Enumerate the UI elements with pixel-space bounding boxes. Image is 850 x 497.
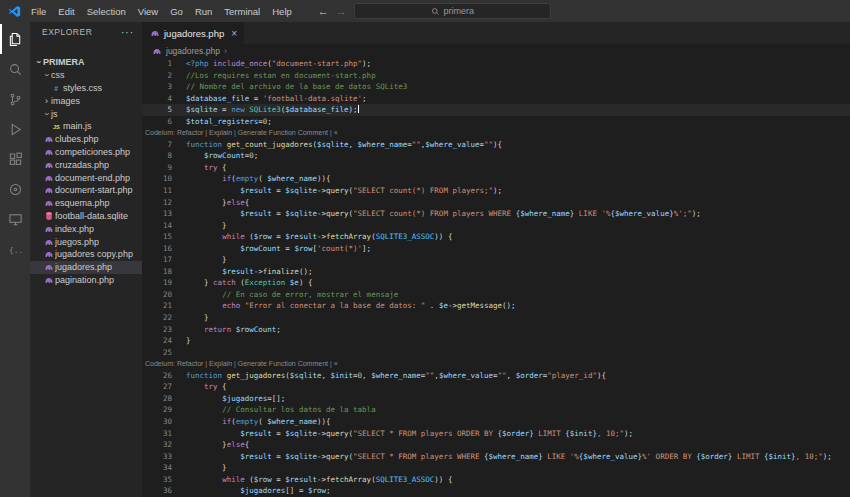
code-line-20[interactable]: 20 // En caso de error, mostrar el mensa…	[142, 289, 850, 301]
code-line-17[interactable]: 17 }	[142, 254, 850, 266]
codeium-codelens[interactable]: Codeium: Refactor | Explain | Generate F…	[142, 127, 850, 139]
tree-item-images[interactable]: ›images	[30, 94, 142, 107]
code-line-6[interactable]: 6$total_registers=0;	[142, 116, 850, 128]
tree-item-football-data-sqlite[interactable]: football-data.sqlite	[30, 210, 142, 223]
json-braces-icon[interactable]: {..}	[0, 234, 30, 264]
file-label: competiciones.php	[55, 147, 130, 157]
code-line-1[interactable]: 1<?php include_once("document-start.php"…	[142, 58, 850, 70]
menu-selection[interactable]: Selection	[81, 6, 132, 17]
tree-item-js[interactable]: ›js	[30, 107, 142, 120]
code-line-23[interactable]: 23 return $rowCount;	[142, 324, 850, 336]
code-line-25[interactable]: 25	[142, 347, 850, 359]
more-actions-icon[interactable]: ···	[121, 27, 134, 38]
code-line-4[interactable]: 4$database_file = 'football-data.sqlite'…	[142, 93, 850, 105]
command-center-search[interactable]: primera	[354, 3, 551, 19]
line-number: 4	[142, 93, 172, 105]
explorer-sidebar: EXPLORER ··· ›PRIMERA›css#styles.css›ima…	[30, 22, 142, 497]
code-line-33[interactable]: 33 $result = $sqlite->query("SELECT * FR…	[142, 451, 850, 463]
tree-item-main-js[interactable]: JSmain.js	[30, 120, 142, 133]
line-number: 11	[142, 185, 172, 197]
code-line-34[interactable]: 34 }	[142, 462, 850, 474]
tree-item-jugadores-php[interactable]: jugadores.php	[30, 261, 142, 274]
line-number: 12	[142, 197, 172, 209]
tree-item-jugadores-copy-php[interactable]: jugadores copy.php	[30, 248, 142, 261]
codeium-codelens[interactable]: Codeium: Refactor | Explain | Generate F…	[142, 358, 850, 370]
menu-view[interactable]: View	[132, 6, 164, 17]
back-arrow-icon[interactable]: ←	[318, 5, 329, 17]
tree-item-juegos-php[interactable]: juegos.php	[30, 235, 142, 248]
breadcrumb[interactable]: jugadores.php ›	[142, 44, 850, 57]
menu-run[interactable]: Run	[189, 6, 218, 17]
code-line-11[interactable]: 11 $result = $sqlite->query("SELECT coun…	[142, 185, 850, 197]
code-line-36[interactable]: 36 $jugadores[] = $row;	[142, 485, 850, 497]
tree-item-document-start-php[interactable]: document-start.php	[30, 184, 142, 197]
file-label: document-start.php	[55, 185, 133, 195]
code-line-12[interactable]: 12 }else{	[142, 197, 850, 209]
close-tab-icon[interactable]: ×	[231, 28, 237, 39]
php-file-icon	[42, 237, 55, 247]
tree-item-cruzadas-php[interactable]: cruzadas.php	[30, 158, 142, 171]
file-label: images	[51, 96, 80, 106]
code-line-27[interactable]: 27 try {	[142, 381, 850, 393]
search-icon	[431, 7, 440, 16]
menu-go[interactable]: Go	[164, 6, 189, 17]
code-line-2[interactable]: 2//Los requires estan en document-start.…	[142, 70, 850, 82]
file-label: PRIMERA	[43, 57, 85, 67]
tab-label: jugadores.php	[164, 28, 224, 39]
code-line-35[interactable]: 35 while ($row = $result->fetchArray(SQL…	[142, 474, 850, 486]
code-line-28[interactable]: 28 $jugadores=[];	[142, 393, 850, 405]
tree-item-primera[interactable]: ›PRIMERA	[30, 56, 142, 69]
code-line-24[interactable]: 24}	[142, 335, 850, 347]
code-line-32[interactable]: 32 }else{	[142, 439, 850, 451]
tree-item-document-end-php[interactable]: document-end.php	[30, 171, 142, 184]
source-control-icon[interactable]	[0, 84, 30, 114]
text-cursor	[358, 105, 359, 113]
code-line-15[interactable]: 15 while ($row = $result->fetchArray(SQL…	[142, 231, 850, 243]
tree-item-clubes-php[interactable]: clubes.php	[30, 133, 142, 146]
line-number: 35	[142, 474, 172, 486]
code-line-7[interactable]: 7function get_count_jugadores($sqlite, $…	[142, 139, 850, 151]
tree-item-competiciones-php[interactable]: competiciones.php	[30, 146, 142, 159]
tab-jugadores-php[interactable]: jugadores.php ×	[142, 22, 245, 44]
extensions-icon[interactable]	[0, 144, 30, 174]
code-line-31[interactable]: 31 $result = $sqlite->query("SELECT * FR…	[142, 428, 850, 440]
code-line-14[interactable]: 14 }	[142, 220, 850, 232]
line-number: 22	[142, 312, 172, 324]
tree-item-index-php[interactable]: index.php	[30, 222, 142, 235]
remote-explorer-icon[interactable]	[0, 204, 30, 234]
explorer-icon[interactable]	[0, 24, 30, 54]
code-line-13[interactable]: 13 $result = $sqlite->query("SELECT coun…	[142, 208, 850, 220]
code-line-29[interactable]: 29 // Consultar los datos de la tabla	[142, 404, 850, 416]
extension-circle-icon[interactable]	[0, 174, 30, 204]
code-line-9[interactable]: 9 try {	[142, 162, 850, 174]
code-line-3[interactable]: 3// Nombre del archivo de la base de dat…	[142, 81, 850, 93]
tree-item-pagination-php[interactable]: pagination.php	[30, 274, 142, 287]
code-line-8[interactable]: 8 $rowCount=0;	[142, 150, 850, 162]
code-line-22[interactable]: 22 }	[142, 312, 850, 324]
code-line-21[interactable]: 21 echo "Error al conectar a la base de …	[142, 300, 850, 312]
tree-item-esquema-php[interactable]: esquema.php	[30, 197, 142, 210]
code-line-18[interactable]: 18 $result->finalize();	[142, 266, 850, 278]
menu-edit[interactable]: Edit	[52, 6, 80, 17]
php-file-icon	[42, 198, 55, 208]
run-and-debug-icon[interactable]	[0, 114, 30, 144]
line-number: 10	[142, 173, 172, 185]
code-line-30[interactable]: 30 if(empty( $where_name)){	[142, 416, 850, 428]
search-icon[interactable]	[0, 54, 30, 84]
menu-terminal[interactable]: Terminal	[218, 6, 266, 17]
code-line-10[interactable]: 10 if(empty( $where_name)){	[142, 173, 850, 185]
file-label: juegos.php	[55, 237, 99, 247]
tree-item-styles-css[interactable]: #styles.css	[30, 82, 142, 95]
tree-item-css[interactable]: ›css	[30, 69, 142, 82]
breadcrumb-file[interactable]: jugadores.php	[166, 46, 220, 56]
chevron-down-icon: ›	[42, 71, 52, 80]
menu-help[interactable]: Help	[266, 6, 298, 17]
code-line-16[interactable]: 16 $rowCount = $row['count(*)'];	[142, 243, 850, 255]
menu-file[interactable]: File	[25, 6, 52, 17]
code-area[interactable]: 1<?php include_once("document-start.php"…	[142, 57, 850, 497]
forward-arrow-icon[interactable]: →	[336, 5, 347, 17]
code-line-19[interactable]: 19 } catch (Exception $e) {	[142, 277, 850, 289]
code-line-5[interactable]: 5$sqlite = new SQLite3($database_file);	[142, 104, 850, 116]
code-line-26[interactable]: 26function get_jugadores($sqlite, $init=…	[142, 370, 850, 382]
php-file-icon	[42, 275, 55, 285]
